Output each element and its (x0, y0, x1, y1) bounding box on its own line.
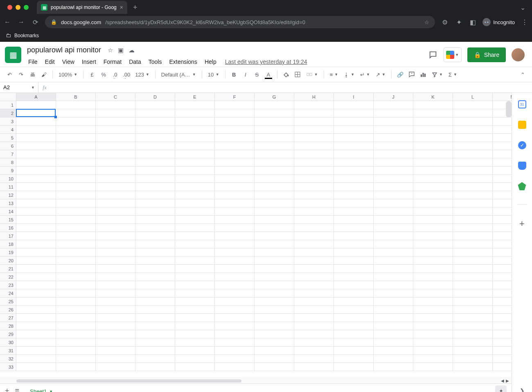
back-button[interactable]: ← (3, 18, 11, 26)
cell[interactable] (334, 347, 374, 355)
cell[interactable] (215, 183, 255, 191)
cell[interactable] (175, 167, 215, 175)
cell[interactable] (96, 167, 135, 175)
text-wrap-button[interactable]: ↵▼ (358, 72, 372, 78)
cell[interactable] (493, 158, 512, 167)
cell[interactable] (175, 232, 215, 240)
cell[interactable] (413, 265, 453, 273)
cell[interactable] (175, 150, 215, 158)
cell[interactable] (56, 207, 96, 216)
row-header[interactable]: 2 (0, 109, 16, 117)
cell[interactable] (294, 338, 334, 347)
cell[interactable] (135, 142, 175, 150)
cell[interactable] (175, 216, 215, 224)
cell[interactable] (135, 158, 175, 167)
cell[interactable] (493, 191, 512, 199)
cell[interactable] (16, 355, 56, 363)
cell[interactable] (215, 175, 255, 183)
cell[interactable] (215, 142, 255, 150)
cell[interactable] (96, 183, 135, 191)
cell[interactable] (175, 183, 215, 191)
cell[interactable] (334, 281, 374, 289)
row-header[interactable]: 6 (0, 142, 16, 150)
cell[interactable] (453, 314, 493, 322)
cell[interactable] (294, 167, 334, 175)
scroll-left-icon[interactable]: ◀ (501, 378, 504, 383)
meet-button[interactable]: ▼ (444, 47, 462, 62)
cell[interactable] (215, 289, 255, 297)
cell[interactable] (294, 126, 334, 134)
text-rotation-button[interactable]: ↗▼ (373, 72, 388, 78)
menu-help[interactable]: Help (202, 57, 219, 67)
cell[interactable] (334, 158, 374, 167)
side-panel-icon[interactable]: ◧ (469, 18, 477, 26)
cell[interactable] (374, 199, 413, 207)
cell[interactable] (413, 191, 453, 199)
redo-button[interactable]: ↷ (16, 69, 26, 80)
cell[interactable] (453, 338, 493, 347)
cell[interactable] (135, 191, 175, 199)
cell[interactable] (135, 117, 175, 126)
cell[interactable] (56, 109, 96, 117)
cell[interactable] (175, 240, 215, 248)
cell[interactable] (96, 265, 135, 273)
cell[interactable] (255, 330, 294, 338)
cell[interactable] (453, 330, 493, 338)
cell[interactable] (255, 240, 294, 248)
cell[interactable] (215, 355, 255, 363)
cell[interactable] (294, 289, 334, 297)
account-avatar[interactable] (512, 48, 525, 61)
cell[interactable] (175, 273, 215, 281)
row-header[interactable]: 23 (0, 281, 16, 289)
column-header[interactable]: M (493, 93, 512, 101)
cell[interactable] (255, 158, 294, 167)
cell[interactable] (294, 347, 334, 355)
merge-cells-button[interactable]: ▼ (304, 71, 320, 78)
cell[interactable] (96, 199, 135, 207)
row-header[interactable]: 13 (0, 199, 16, 207)
cell[interactable] (334, 183, 374, 191)
cell[interactable] (56, 265, 96, 273)
cell[interactable] (175, 257, 215, 265)
cell[interactable] (135, 347, 175, 355)
cell[interactable] (453, 175, 493, 183)
cell[interactable] (175, 199, 215, 207)
cell[interactable] (334, 363, 374, 371)
cloud-status-icon[interactable]: ☁ (128, 47, 135, 54)
cell[interactable] (334, 117, 374, 126)
cell[interactable] (413, 314, 453, 322)
cell[interactable] (96, 232, 135, 240)
cell[interactable] (135, 363, 175, 371)
cell[interactable] (56, 167, 96, 175)
cell[interactable] (16, 101, 56, 109)
cell[interactable] (215, 224, 255, 232)
cell[interactable] (374, 347, 413, 355)
scroll-right-icon[interactable]: ▶ (506, 378, 509, 383)
cell[interactable] (255, 142, 294, 150)
cell[interactable] (334, 355, 374, 363)
row-header[interactable]: 10 (0, 175, 16, 183)
cell[interactable] (175, 142, 215, 150)
vertical-align-button[interactable]: ⭳▼ (341, 72, 357, 78)
row-header[interactable]: 24 (0, 289, 16, 297)
cell[interactable] (413, 257, 453, 265)
cell[interactable] (255, 199, 294, 207)
cell[interactable] (96, 240, 135, 248)
cell[interactable] (56, 191, 96, 199)
cell[interactable] (16, 363, 56, 371)
cell[interactable] (96, 314, 135, 322)
cell[interactable] (413, 330, 453, 338)
cell[interactable] (413, 240, 453, 248)
cell[interactable] (493, 289, 512, 297)
row-header[interactable]: 1 (0, 101, 16, 109)
cell[interactable] (294, 101, 334, 109)
cell[interactable] (215, 265, 255, 273)
cell[interactable] (374, 158, 413, 167)
cell[interactable] (135, 248, 175, 257)
cell[interactable] (56, 273, 96, 281)
cell[interactable] (96, 126, 135, 134)
cell[interactable] (374, 207, 413, 216)
cell[interactable] (16, 191, 56, 199)
cell[interactable] (374, 297, 413, 306)
cell[interactable] (374, 216, 413, 224)
